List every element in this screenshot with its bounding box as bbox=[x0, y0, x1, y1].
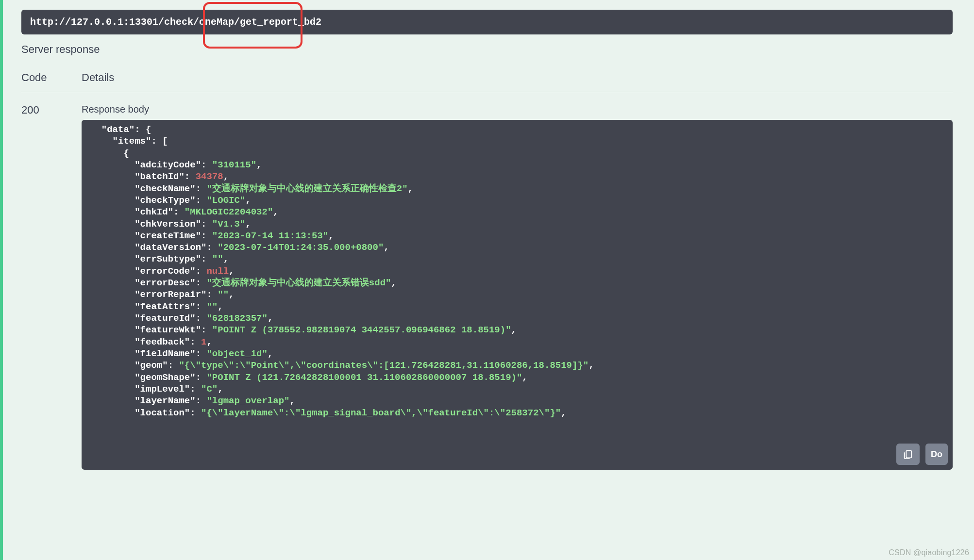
response-body-area: Response body "data": { "items": [ { "ad… bbox=[82, 104, 953, 470]
response-body-label: Response body bbox=[82, 104, 953, 115]
response-body-code[interactable]: "data": { "items": [ { "adcityCode": "31… bbox=[82, 120, 953, 470]
code-column-header: Code bbox=[21, 71, 82, 84]
response-row: 200 Response body "data": { "items": [ {… bbox=[21, 92, 953, 470]
http-status-code: 200 bbox=[21, 104, 82, 470]
clipboard-icon bbox=[903, 449, 913, 460]
response-table-header: Code Details bbox=[21, 67, 953, 92]
request-url-bar[interactable]: http://127.0.0.1:13301/check/oneMap/get_… bbox=[21, 10, 953, 34]
details-column-header: Details bbox=[82, 71, 114, 84]
copy-button[interactable] bbox=[896, 444, 920, 465]
server-response-heading: Server response bbox=[21, 43, 953, 56]
main-section: http://127.0.0.1:13301/check/oneMap/get_… bbox=[10, 0, 964, 470]
svg-rect-0 bbox=[906, 451, 911, 458]
left-accent-bar bbox=[0, 0, 3, 470]
download-button[interactable]: Do bbox=[925, 444, 948, 465]
